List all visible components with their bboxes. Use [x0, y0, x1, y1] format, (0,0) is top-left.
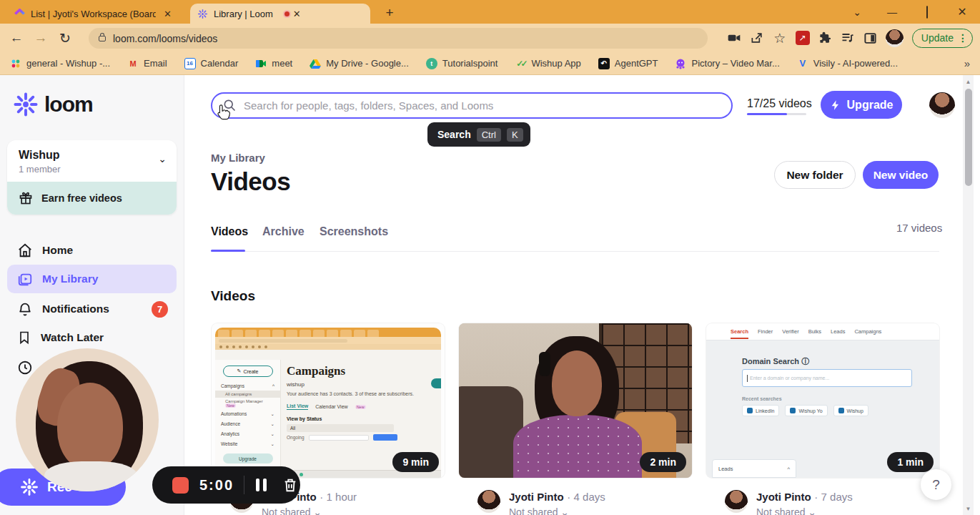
- new-video-button[interactable]: New video: [863, 161, 939, 189]
- scroll-up-icon[interactable]: ▲: [963, 79, 974, 85]
- bookmark-slack[interactable]: general - Wishup -...: [10, 58, 110, 69]
- video-age: 7 days: [821, 491, 853, 503]
- videos-section-title: Videos: [211, 288, 255, 304]
- earn-free-videos-button[interactable]: Earn free videos: [7, 182, 177, 215]
- tab-media-icon[interactable]: [727, 31, 741, 45]
- thumb-create-button: ✎ Create: [223, 366, 273, 377]
- sidebar-item-notifications[interactable]: Notifications 7: [7, 295, 177, 323]
- page-scrollbar[interactable]: ▲ ▼: [963, 75, 974, 515]
- webcam-preview-bubble[interactable]: [16, 348, 159, 491]
- reading-list-icon[interactable]: [841, 31, 855, 45]
- browser-profile-avatar[interactable]: [886, 29, 904, 47]
- bookmark-visily[interactable]: VVisily - AI-powered...: [797, 58, 898, 69]
- sidebar-item-label: Notifications: [42, 303, 109, 315]
- tab-search-icon[interactable]: ⌄: [851, 6, 863, 19]
- stop-recording-button[interactable]: [172, 477, 189, 494]
- share-status[interactable]: Not shared ⌄: [756, 506, 853, 515]
- new-tab-button[interactable]: +: [382, 6, 397, 21]
- search-shortcut-tooltip: Search Ctrl K: [427, 122, 530, 147]
- video-age: 4 days: [574, 491, 605, 503]
- bookmark-calendar[interactable]: 16Calendar: [184, 58, 239, 69]
- sidebar-item-label: Watch Later: [41, 331, 104, 344]
- search-input[interactable]: [211, 92, 733, 119]
- tab-close-icon[interactable]: ✕: [162, 9, 174, 19]
- window-minimize-button[interactable]: —: [886, 6, 899, 19]
- browser-tab-strip: List | Jyoti's Workspace (Board) ✕ Libra…: [0, 0, 980, 24]
- scrollbar-thumb[interactable]: [965, 89, 972, 186]
- video-thumbnail[interactable]: Search Finder Verifier Bulks Leads Campa…: [706, 323, 939, 478]
- user-avatar[interactable]: [929, 92, 955, 118]
- loom-logo-icon: [13, 92, 39, 117]
- bookmark-agentgpt[interactable]: ↶AgentGPT: [598, 58, 658, 69]
- thumb-heading: Campaigns: [287, 364, 437, 378]
- reload-icon[interactable]: ↻: [53, 30, 77, 46]
- scroll-down-icon[interactable]: ▼: [963, 506, 974, 512]
- loom-extension-icon[interactable]: ↗: [796, 31, 810, 45]
- browser-tab-clickup[interactable]: List | Jyoti's Workspace (Board) ✕: [7, 4, 187, 24]
- headphones: [539, 352, 550, 376]
- workspace-switcher[interactable]: Wishup 1 member ⌄: [7, 140, 177, 182]
- tab-recording-indicator-icon: [283, 10, 291, 18]
- sidebar-item-my-library[interactable]: My Library: [7, 265, 177, 293]
- update-button[interactable]: Update ⋮: [912, 29, 973, 48]
- new-folder-button[interactable]: New folder: [774, 161, 856, 189]
- owner-name[interactable]: Jyoti Pinto: [509, 491, 564, 503]
- browser-menu-icon[interactable]: ⋮: [958, 32, 968, 44]
- bookmarks-bar: general - Wishup -... MEmail 16Calendar …: [0, 52, 980, 75]
- clock-icon: [17, 360, 33, 376]
- share-icon[interactable]: [750, 31, 764, 45]
- meet-icon: [255, 58, 267, 69]
- window-close-button[interactable]: ✕: [956, 6, 969, 19]
- address-bar[interactable]: loom.com/looms/videos: [89, 28, 708, 49]
- bell-icon: [17, 301, 33, 317]
- visily-icon: V: [797, 58, 808, 69]
- owner-name[interactable]: Jyoti Pinto: [756, 491, 811, 503]
- side-panel-icon[interactable]: [863, 31, 877, 45]
- slack-icon: [10, 58, 21, 69]
- bookmarks-overflow-icon[interactable]: »: [964, 57, 970, 69]
- video-quota-label[interactable]: 17/25 videos: [747, 97, 812, 110]
- workspace-card: Wishup 1 member ⌄ Earn free videos: [7, 140, 177, 215]
- extensions-puzzle-icon[interactable]: [818, 31, 832, 45]
- window-restore-button[interactable]: [921, 6, 934, 19]
- tab-videos[interactable]: Videos: [211, 225, 248, 238]
- browser-tab-loom[interactable]: Library | Loom ✕: [190, 4, 370, 24]
- duration-badge: 9 min: [392, 452, 439, 472]
- gcal-icon: 16: [184, 58, 196, 69]
- ctrl-key: Ctrl: [477, 128, 501, 142]
- duration-badge: 2 min: [640, 452, 686, 472]
- gmail-icon: M: [127, 58, 139, 69]
- sidebar-item-home[interactable]: Home: [7, 236, 177, 265]
- breadcrumb[interactable]: My Library: [211, 152, 265, 164]
- sidebar-item-label: Home: [42, 244, 73, 257]
- sidebar-item-watch-later[interactable]: Watch Later: [7, 323, 177, 352]
- upgrade-button[interactable]: Upgrade: [821, 91, 902, 119]
- bookmark-drive[interactable]: My Drive - Google...: [310, 58, 409, 69]
- bookmark-email[interactable]: MEmail: [127, 58, 167, 69]
- bookmark-meet[interactable]: meet: [255, 58, 292, 69]
- notifications-badge: 7: [152, 301, 168, 318]
- loom-wordmark: loom: [44, 92, 93, 117]
- share-status[interactable]: Not shared ⌄: [509, 506, 605, 515]
- update-label: Update: [921, 32, 954, 44]
- delete-recording-button[interactable]: [282, 477, 298, 493]
- bookmark-pictory[interactable]: Pictory – Video Mar...: [675, 58, 779, 69]
- video-thumbnail[interactable]: 2 min: [459, 323, 692, 478]
- forward-icon[interactable]: →: [29, 30, 53, 46]
- loom-favicon: [197, 9, 208, 19]
- loom-logo[interactable]: loom: [13, 92, 93, 117]
- bookmark-tutorialspoint[interactable]: tTutorialspoint: [426, 58, 498, 69]
- k-key: K: [507, 128, 523, 142]
- tab-close-icon[interactable]: ✕: [291, 9, 303, 19]
- bookmark-star-icon[interactable]: ☆: [773, 31, 787, 45]
- lightning-icon: [830, 99, 841, 111]
- tab-screenshots[interactable]: Screenshots: [320, 225, 388, 238]
- help-button[interactable]: ?: [921, 469, 951, 500]
- bookmark-wishup[interactable]: ✓✓Wishup App: [515, 58, 580, 69]
- pause-recording-button[interactable]: [256, 479, 267, 491]
- share-status[interactable]: Not shared ⌄: [262, 506, 357, 515]
- back-icon[interactable]: ←: [4, 30, 29, 46]
- search-container: [211, 92, 733, 119]
- video-thumbnail[interactable]: ✎ Create Campaigns^ All campaigns Campai…: [212, 323, 445, 478]
- tab-archive[interactable]: Archive: [262, 225, 305, 238]
